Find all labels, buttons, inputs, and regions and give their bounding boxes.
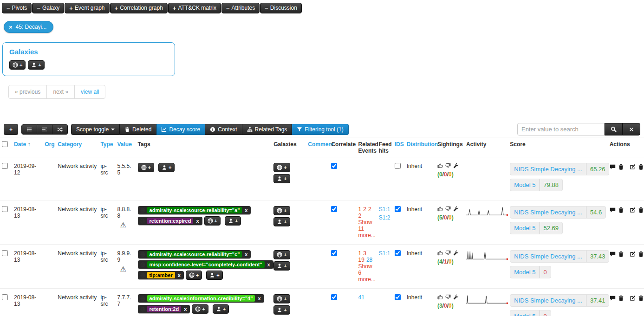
add-galaxy-button[interactable]: +	[273, 294, 290, 303]
add-local-galaxy-button[interactable]: +	[28, 60, 44, 70]
attribute-tag[interactable]: retention:2dx	[138, 305, 190, 313]
annotate-button[interactable]	[610, 164, 616, 170]
deleted-button[interactable]: Deleted	[120, 124, 156, 135]
decay-score-badge[interactable]: Model 50	[510, 266, 551, 278]
view-all-button[interactable]: view all	[74, 85, 105, 99]
attribute-tag[interactable]: admiralty-scale:source-reliability="c"x	[138, 250, 251, 258]
add-attribute-button[interactable]: +	[4, 124, 18, 135]
nav-tab-galaxy[interactable]: −Galaxy	[32, 3, 64, 13]
add-local-galaxy-button[interactable]: +	[273, 174, 290, 183]
remove-tag-button[interactable]: x	[267, 262, 271, 267]
row-select-checkbox[interactable]	[2, 294, 8, 300]
select-all-checkbox[interactable]	[2, 141, 8, 147]
annotate-button[interactable]	[610, 207, 616, 213]
add-galaxy-button[interactable]: +	[273, 250, 290, 259]
decay-score-badge[interactable]: NIDS Simple Decaying ...37.43	[510, 250, 609, 263]
annotate-button[interactable]	[610, 295, 616, 301]
clear-search-button[interactable]	[623, 123, 640, 135]
nav-tab-correlation-graph[interactable]: +Correlation graph	[110, 3, 168, 13]
wrench-icon[interactable]	[453, 206, 459, 212]
attribute-tag[interactable]: retention:expiredx	[138, 217, 202, 225]
compact-view-button[interactable]	[37, 124, 52, 135]
thumbs-up-icon[interactable]	[437, 206, 443, 212]
toggle-ids-checkbox[interactable]	[395, 206, 401, 212]
delete-attribute-button[interactable]	[638, 207, 644, 213]
remove-tag-button[interactable]: x	[177, 272, 182, 278]
add-tag-button[interactable]: +	[204, 216, 221, 226]
thumbs-up-icon[interactable]	[437, 294, 443, 300]
annotate-button[interactable]	[610, 251, 616, 257]
edit-attribute-button[interactable]	[630, 207, 636, 213]
nav-tab-discussion[interactable]: −Discussion	[260, 3, 302, 13]
close-pivot-icon[interactable]: ×	[9, 24, 13, 30]
related-event-link[interactable]: 2	[368, 206, 371, 213]
add-local-galaxy-button[interactable]: +	[273, 217, 290, 226]
related-event-link[interactable]: 2	[358, 213, 362, 219]
delete-attribute-button[interactable]	[638, 251, 644, 257]
add-local-tag-button[interactable]: +	[213, 304, 229, 314]
row-select-checkbox[interactable]	[2, 163, 8, 169]
search-button[interactable]	[605, 123, 623, 135]
remove-tag-button[interactable]: x	[257, 296, 261, 301]
delete-attribute-button[interactable]	[638, 164, 644, 170]
toggle-ids-checkbox[interactable]	[395, 163, 401, 169]
context-button[interactable]: Context	[205, 124, 242, 135]
decay-score-button[interactable]: Decay score	[156, 124, 205, 135]
search-input[interactable]	[517, 123, 605, 135]
attribute-tag[interactable]: admiralty-scale:source-reliability="a"x	[138, 206, 251, 214]
col-header-comment[interactable]: Comment	[306, 137, 329, 157]
add-local-galaxy-button[interactable]: +	[273, 305, 290, 315]
add-galaxy-button[interactable]: +	[273, 206, 290, 215]
add-local-tag-button[interactable]: +	[158, 163, 175, 172]
related-event-link[interactable]: Show 6 more...	[358, 263, 376, 283]
remove-tag-button[interactable]: x	[195, 218, 200, 224]
remove-tag-button[interactable]: x	[244, 207, 248, 213]
edit-attribute-button[interactable]	[630, 295, 636, 301]
decay-score-badge[interactable]: Model 50	[510, 310, 551, 316]
soft-delete-button[interactable]	[618, 164, 624, 170]
soft-delete-button[interactable]	[618, 295, 624, 301]
related-event-link[interactable]: 2	[363, 206, 366, 213]
shuffle-view-button[interactable]	[52, 124, 68, 135]
nav-tab-event-graph[interactable]: +Event graph	[65, 3, 109, 13]
add-galaxy-button[interactable]: +	[273, 163, 290, 172]
toggle-correlation-checkbox[interactable]	[331, 163, 337, 169]
thumbs-down-icon[interactable]	[445, 294, 451, 300]
thumbs-up-icon[interactable]	[437, 250, 443, 256]
related-event-link[interactable]: 1	[358, 206, 362, 213]
row-select-checkbox[interactable]	[2, 206, 8, 212]
next-page-button[interactable]: next »	[46, 85, 75, 99]
feed-hit-link[interactable]: S1:2	[379, 214, 391, 221]
feed-hit-link[interactable]: S1:1	[379, 206, 391, 213]
previous-page-button[interactable]: « previous	[8, 85, 47, 99]
toggle-ids-checkbox[interactable]	[395, 294, 401, 300]
thumbs-down-icon[interactable]	[445, 206, 451, 212]
decay-score-badge[interactable]: Model 579.88	[510, 179, 563, 191]
toggle-correlation-checkbox[interactable]	[331, 206, 337, 212]
decay-score-badge[interactable]: NIDS Simple Decaying ...54.6	[510, 206, 606, 219]
nav-tab-att-ck-matrix[interactable]: +ATT&CK matrix	[168, 3, 221, 13]
delete-attribute-button[interactable]	[638, 295, 644, 301]
related-event-link[interactable]: 3	[363, 250, 366, 257]
remove-tag-button[interactable]: x	[183, 306, 188, 312]
add-local-tag-button[interactable]: +	[225, 216, 241, 226]
add-tag-button[interactable]: +	[186, 271, 202, 280]
nav-tab-pivots[interactable]: −Pivots	[2, 3, 32, 13]
soft-delete-button[interactable]	[618, 251, 624, 257]
scope-toggle-button[interactable]: Scope toggle	[71, 124, 120, 135]
add-tag-button[interactable]: +	[192, 304, 208, 314]
thumbs-down-icon[interactable]	[445, 250, 451, 256]
attribute-tag[interactable]: misp:confidence-level="completely-confid…	[138, 260, 273, 269]
col-header-category[interactable]: Category	[56, 137, 98, 157]
col-header-org[interactable]: Org	[43, 137, 56, 157]
attribute-tag[interactable]: admiralty-scale:information-credibility=…	[138, 294, 264, 303]
toggle-correlation-checkbox[interactable]	[331, 250, 337, 256]
related-event-link[interactable]: Show 11 more...	[358, 219, 376, 239]
pivot-pill[interactable]: × 45: Decayi...	[4, 21, 53, 33]
edit-attribute-button[interactable]	[630, 251, 636, 257]
col-header-distribution[interactable]: Distribution	[405, 137, 436, 157]
col-header-value[interactable]: Value	[115, 137, 136, 157]
related-event-link[interactable]: 19	[358, 257, 364, 263]
related-event-link[interactable]: 28	[366, 257, 372, 263]
filtering-tool-button[interactable]: Filtering tool (1)	[292, 124, 348, 135]
